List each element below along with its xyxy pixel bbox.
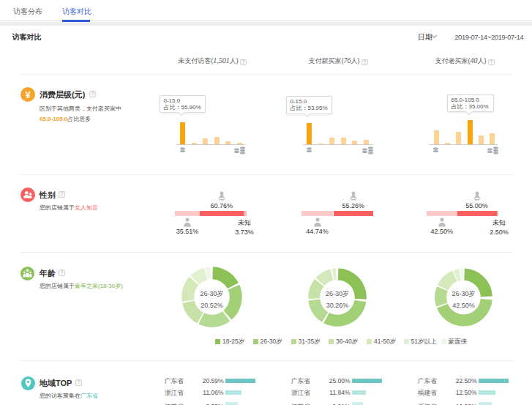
svg-text:¥: ¥ — [25, 89, 31, 100]
